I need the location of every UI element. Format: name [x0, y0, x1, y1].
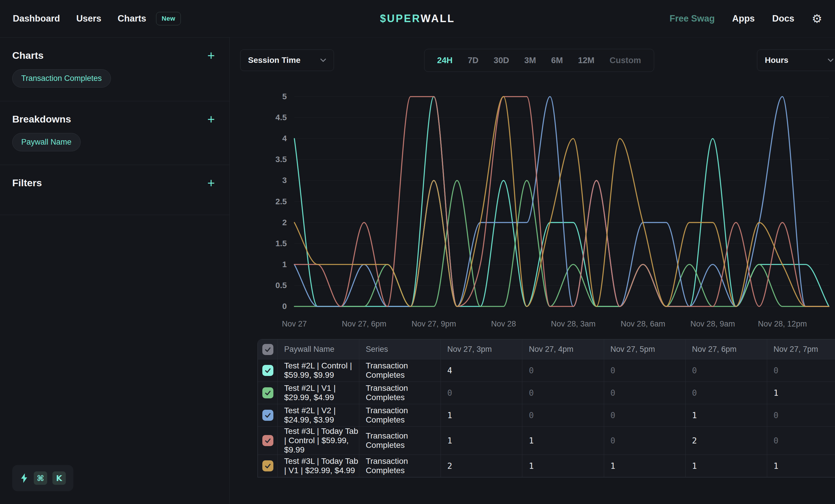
lightning-icon: [20, 473, 28, 483]
select-all-checkbox[interactable]: [262, 344, 273, 355]
table-row: Test #3L | Today Tab | Control | $59.99,…: [258, 426, 835, 455]
value-cell: 0: [604, 426, 685, 455]
new-badge: New: [156, 12, 181, 25]
section-title: Charts: [12, 50, 44, 61]
paywall-name-cell: Test #3L | Today Tab | Control | $59.99,…: [278, 426, 359, 455]
row-checkbox[interactable]: [262, 460, 273, 471]
settings-gear-icon[interactable]: ⚙: [812, 13, 822, 24]
column-header-label: Nov 27, 3pm: [441, 345, 522, 354]
check-icon: [264, 389, 272, 397]
chevron-down-icon: [828, 59, 834, 62]
series-cell: Transaction Completes: [359, 404, 441, 426]
row-checkbox[interactable]: [262, 410, 273, 421]
series-cell: Transaction Completes: [359, 382, 441, 404]
column-header-label: Nov 27, 5pm: [604, 345, 685, 354]
unit-select[interactable]: Hours: [757, 49, 835, 71]
value-cell: 4: [441, 359, 522, 382]
range-24h[interactable]: 24H: [437, 56, 452, 65]
column-header: Nov 27, 7pm: [767, 340, 835, 359]
x-axis-label: Nov 28, 9am: [690, 319, 735, 328]
nav-link-free-swag[interactable]: Free Swag: [670, 14, 715, 24]
chart-toolbar: Session Time 24H7D30D3M6M12MCustom Hours: [230, 38, 835, 72]
row-checkbox[interactable]: [262, 365, 273, 376]
y-axis-label: 1: [282, 260, 287, 269]
check-icon: [264, 462, 272, 470]
row-checkbox-cell: [258, 359, 278, 382]
check-icon: [264, 437, 272, 444]
range-30d[interactable]: 30D: [494, 56, 509, 65]
header-checkbox-cell: [258, 340, 278, 359]
column-header: Nov 27, 6pm: [685, 340, 767, 359]
range-12m[interactable]: 12M: [578, 56, 594, 65]
nav-link-docs[interactable]: Docs: [772, 14, 794, 24]
command-palette-shortcut[interactable]: ⌘ K: [12, 465, 74, 491]
value-cell: 0: [767, 359, 835, 382]
line-chart: 00.511.522.533.544.55Nov 27Nov 27, 6pmNo…: [262, 89, 835, 333]
value-cell: 0: [522, 382, 604, 404]
value-cell: 1: [685, 455, 767, 477]
x-axis-label: Nov 27, 9pm: [411, 319, 456, 328]
section-title: Filters: [12, 177, 42, 189]
y-axis-label: 3: [282, 176, 287, 185]
main-content: Session Time 24H7D30D3M6M12MCustom Hours…: [230, 37, 835, 504]
range-6m[interactable]: 6M: [551, 56, 563, 65]
paywall-name-cell: Test #2L | V2 | $24.99, $3.99: [278, 404, 359, 426]
chevron-down-icon: [320, 59, 326, 62]
column-header-label: Nov 27, 4pm: [522, 345, 604, 354]
nav-link-apps[interactable]: Apps: [732, 14, 755, 24]
chart-svg: 00.511.522.533.544.55Nov 27Nov 27, 6pmNo…: [262, 89, 832, 333]
section-title: Breakdowns: [12, 113, 71, 125]
time-range-group: 24H7D30D3M6M12MCustom: [424, 49, 654, 72]
value-cell: 0: [685, 382, 767, 404]
metric-select[interactable]: Session Time: [240, 49, 334, 71]
x-axis-label: Nov 28, 3am: [551, 319, 595, 328]
y-axis-label: 0.5: [276, 281, 287, 290]
value-cell: 1: [767, 382, 835, 404]
sidebar-section-breakdowns: Breakdowns+Paywall Name: [0, 101, 229, 165]
series-cell: Transaction Completes: [359, 455, 441, 477]
value-cell: 0: [604, 359, 685, 382]
value-cell: 2: [441, 455, 522, 477]
series-cell: Transaction Completes: [359, 426, 441, 455]
column-header-label: Paywall Name: [278, 345, 359, 354]
chip-paywall-name[interactable]: Paywall Name: [12, 133, 81, 151]
y-axis-label: 2.5: [276, 197, 287, 206]
logo-rest: WALL: [421, 13, 455, 24]
table-row: Test #2L | Control | $59.99, $9.99Transa…: [258, 359, 835, 382]
unit-select-value: Hours: [765, 56, 789, 65]
x-axis-label: Nov 27, 6pm: [342, 319, 386, 328]
add-charts-icon[interactable]: +: [206, 51, 216, 60]
y-axis-label: 4.5: [276, 113, 287, 122]
table-row: Test #2L | V2 | $24.99, $3.99Transaction…: [258, 404, 835, 426]
value-cell: 1: [522, 426, 604, 455]
column-header-label: Nov 27, 6pm: [686, 345, 767, 354]
column-header-label: Series: [359, 345, 441, 354]
range-3m[interactable]: 3M: [524, 56, 536, 65]
value-cell: 1: [441, 426, 522, 455]
table-row: Test #3L | Today Tab | V1 | $29.99, $4.9…: [258, 455, 835, 477]
cmd-keycap: ⌘: [34, 471, 47, 485]
value-cell: 0: [767, 426, 835, 455]
value-cell: 1: [685, 404, 767, 426]
range-custom[interactable]: Custom: [610, 56, 641, 65]
value-cell: 0: [604, 382, 685, 404]
row-checkbox[interactable]: [262, 387, 273, 398]
k-keycap: K: [53, 471, 66, 485]
paywall-name-cell: Test #2L | V1 | $29.99, $4.99: [278, 382, 359, 404]
value-cell: 0: [604, 404, 685, 426]
y-axis-label: 5: [282, 92, 287, 101]
y-axis-label: 3.5: [276, 155, 287, 164]
column-header: Paywall Name: [278, 340, 359, 359]
chip-transaction-completes[interactable]: Transaction Completes: [12, 69, 111, 88]
row-checkbox[interactable]: [262, 435, 273, 446]
x-axis-label: Nov 28, 12pm: [758, 319, 807, 328]
range-7d[interactable]: 7D: [468, 56, 478, 65]
add-filters-icon[interactable]: +: [206, 178, 216, 188]
check-icon: [264, 366, 272, 374]
add-breakdowns-icon[interactable]: +: [206, 114, 216, 124]
nav-link-users[interactable]: Users: [76, 14, 101, 24]
nav-link-charts[interactable]: Charts: [118, 14, 146, 24]
x-axis-label: Nov 28: [491, 319, 516, 328]
nav-link-dashboard[interactable]: Dashboard: [13, 14, 60, 24]
top-nav: DashboardUsersChartsNew $UPERWALL Free S…: [0, 0, 835, 37]
